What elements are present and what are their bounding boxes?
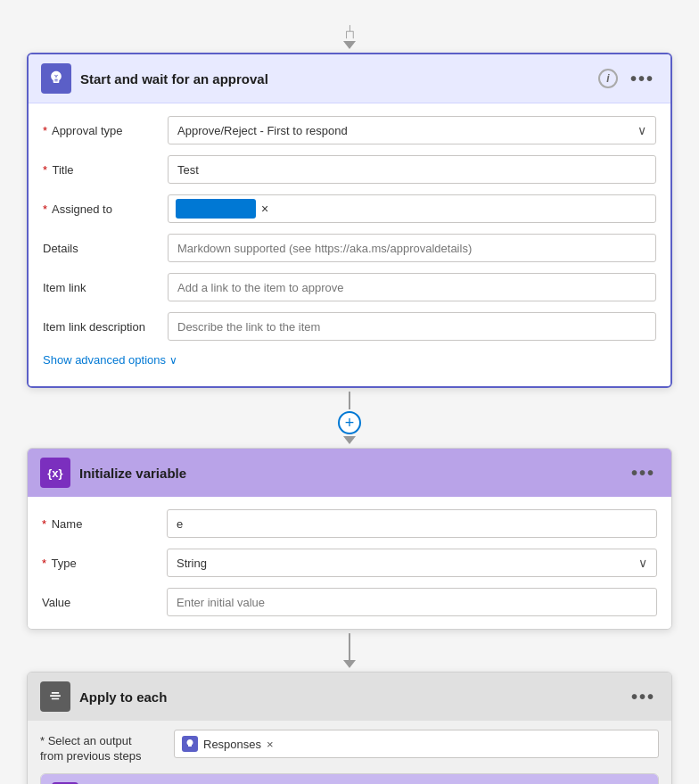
apply-card-header: Apply to each •••: [28, 673, 671, 721]
approval-type-select[interactable]: Approve/Reject - First to respond ∨: [168, 116, 656, 144]
apply-each-icon: [46, 688, 64, 706]
title-input[interactable]: [168, 155, 656, 184]
apply-menu-button[interactable]: •••: [628, 685, 659, 709]
item-link-desc-label: Item link description: [43, 320, 168, 334]
init-menu-button[interactable]: •••: [628, 461, 659, 485]
approval-svg-icon: [47, 70, 65, 87]
assigned-to-field[interactable]: ×: [168, 194, 656, 223]
select-output-row: * Select an output from previous steps R…: [40, 730, 659, 764]
show-advanced-row: Show advanced options ∨: [29, 346, 670, 379]
chevron-down-icon: ∨: [637, 123, 646, 137]
init-value-row: Value: [28, 582, 671, 622]
init-type-row: * Type String ∨: [28, 543, 671, 582]
approval-card-body: * Approval type Approve/Reject - First t…: [29, 103, 670, 386]
item-link-row: Item link: [29, 268, 670, 307]
init-header-actions: •••: [628, 461, 659, 485]
plus-arrow: +: [338, 392, 361, 444]
apply-card-title: Apply to each: [79, 689, 619, 705]
approval-header-icon: [41, 63, 71, 94]
approval-card: Start and wait for an approval i ••• * A…: [27, 53, 672, 388]
chevron-down-icon: ∨: [638, 556, 647, 570]
responses-field[interactable]: Responses ×: [174, 730, 659, 758]
approval-card-title: Start and wait for an approval: [80, 71, 589, 87]
init-type-label: * Type: [42, 557, 167, 570]
select-output-label: * Select an output from previous steps: [40, 730, 174, 764]
approval-type-row: * Approval type Approve/Reject - First t…: [29, 111, 670, 150]
apply-header-actions: •••: [628, 685, 659, 709]
assigned-tag: [176, 199, 256, 219]
top-arrow: ⑂: [343, 21, 356, 49]
responses-tag-text: Responses: [203, 738, 261, 751]
init-name-input[interactable]: [167, 509, 657, 538]
responses-tag-icon: [182, 736, 198, 752]
flow-container: ⑂ Start and wait for an approval i ••• *…: [0, 18, 699, 784]
add-step-button[interactable]: +: [338, 411, 361, 434]
details-row: Details: [29, 228, 670, 268]
assigned-to-row: * Assigned to ×: [29, 189, 670, 228]
middle-arrow: [343, 633, 356, 668]
chevron-down-icon: ∨: [169, 354, 177, 367]
approval-menu-button[interactable]: •••: [627, 67, 658, 91]
responses-tag-remove[interactable]: ×: [267, 738, 274, 751]
approval-type-label: * Approval type: [43, 124, 168, 137]
apply-header-icon: [40, 681, 70, 712]
details-input[interactable]: [168, 234, 656, 262]
init-card-header: {x} Initialize variable •••: [28, 449, 671, 497]
init-variable-card: {x} Initialize variable ••• * Name * Typ…: [27, 448, 672, 630]
show-advanced-link[interactable]: Show advanced options: [43, 353, 166, 367]
assigned-tag-remove[interactable]: ×: [261, 202, 268, 216]
responses-approval-icon: [185, 739, 195, 749]
item-link-desc-row: Item link description: [29, 307, 670, 346]
init-type-select[interactable]: String ∨: [167, 549, 657, 577]
apply-each-card: Apply to each ••• * Select an output fro…: [27, 672, 672, 784]
item-link-input[interactable]: [168, 273, 656, 301]
approval-card-header: Start and wait for an approval i •••: [29, 54, 670, 103]
details-label: Details: [43, 242, 168, 255]
append-string-header: {x} Append to string variable •••: [41, 774, 658, 784]
title-label: * Title: [43, 163, 168, 177]
apply-card-body: * Select an output from previous steps R…: [28, 721, 671, 784]
approval-header-actions: i •••: [598, 67, 658, 91]
title-row: * Title: [29, 150, 670, 189]
init-name-label: * Name: [42, 517, 167, 531]
assigned-to-label: * Assigned to: [43, 202, 168, 216]
item-link-desc-input[interactable]: [168, 312, 656, 341]
init-value-label: Value: [42, 596, 167, 609]
init-card-title: Initialize variable: [79, 466, 619, 481]
init-value-input[interactable]: [167, 588, 657, 616]
item-link-label: Item link: [43, 281, 168, 294]
init-card-body: * Name * Type String ∨ Value: [28, 497, 671, 629]
responses-tag: Responses ×: [182, 736, 274, 752]
init-name-row: * Name: [28, 504, 671, 543]
info-icon[interactable]: i: [598, 69, 618, 88]
init-header-icon: {x}: [40, 458, 70, 488]
append-string-card: {x} Append to string variable ••• * Name…: [40, 773, 659, 784]
